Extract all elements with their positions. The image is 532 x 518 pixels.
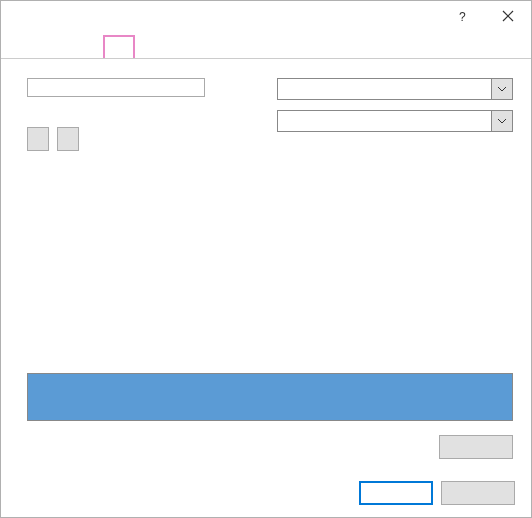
chevron-down-icon [491,78,513,100]
close-icon[interactable] [485,1,531,31]
tab-number[interactable] [13,35,43,58]
help-icon[interactable]: ? [439,1,485,31]
tab-font[interactable] [43,35,73,58]
svg-text:?: ? [459,10,466,22]
fill-effects-button[interactable] [27,127,49,151]
pattern-color-dropdown[interactable] [277,78,513,100]
no-color-button[interactable] [27,78,205,97]
clear-button[interactable] [439,435,513,459]
ok-button[interactable] [359,481,433,505]
pattern-style-value [277,110,491,132]
pattern-color-value [277,78,491,100]
sample-preview [27,373,513,421]
cancel-button[interactable] [441,481,515,505]
chevron-down-icon [491,110,513,132]
tab-border[interactable] [73,35,103,58]
more-colors-button[interactable] [57,127,79,151]
pattern-style-dropdown[interactable] [277,110,513,132]
tab-fill[interactable] [103,35,135,58]
